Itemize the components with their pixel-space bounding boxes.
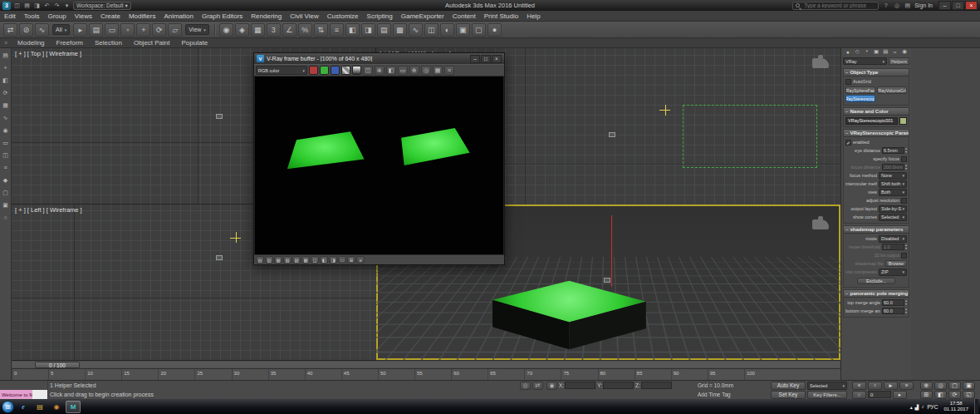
vfb-close-button[interactable]: × [492,55,502,63]
viewport-nav-icon[interactable]: ⊞ [920,391,933,399]
specify-focus-checkbox[interactable] [901,156,907,162]
selection-gizmo[interactable] [659,105,670,116]
vfb-minimize-button[interactable]: – [470,55,480,63]
listener-top-row[interactable] [0,381,47,390]
left-tool-icon[interactable]: ▦ [1,101,10,110]
spinner-arrows-icon[interactable]: ▴▾ [905,164,907,170]
focus-method-select[interactable]: None ▾ [879,172,907,180]
status-toggle-icon[interactable]: ⇄ [532,382,543,390]
ribbon-tab[interactable]: Object Paint [128,39,176,47]
blue-channel-icon[interactable] [331,66,340,75]
vfb-maximize-button[interactable]: □ [481,55,491,63]
toolbar-icon[interactable]: ⇅ [314,23,328,37]
track-bar-tick[interactable]: 30 [232,369,268,380]
output-layout-select[interactable]: Side-by-S ▾ [879,205,907,213]
track-bar-tick[interactable]: 60 [451,369,488,380]
qat-icon[interactable]: ↶ [42,1,51,10]
vfb-bottom-tool-icon[interactable]: ◫ [311,256,319,264]
vfb-bottom-tool-icon[interactable]: ▥ [265,256,273,264]
spinner-arrows-icon[interactable]: ▴▾ [905,147,907,154]
rollout-header[interactable]: Object Type [844,69,909,76]
titlebar-icon[interactable]: ▤ [903,2,912,9]
menu-item[interactable]: Civil View [286,11,323,21]
go-to-time-button[interactable]: ▸ [893,391,907,399]
adjust-resolution-checkbox[interactable] [901,198,907,204]
viewcube-icon[interactable] [812,219,829,229]
viewcube-icon[interactable] [812,58,829,68]
toolbar-icon[interactable]: ▫ [120,23,135,37]
category-icon[interactable]: ● [844,48,852,56]
spinner-arrows-icon[interactable]: ▴▾ [905,299,907,306]
enabled-checkbox[interactable]: ✓ [845,140,851,145]
red-channel-icon[interactable] [309,66,318,75]
toolbar-icon[interactable]: ▤ [89,23,103,37]
left-tool-icon[interactable]: ▭ [1,138,10,147]
track-bar-tick[interactable]: 50 [378,369,414,380]
time-slider[interactable]: 0 / 100 [12,360,840,368]
vfb-tool-icon[interactable]: ⊗ [375,66,385,76]
rendered-box-object[interactable] [492,269,646,349]
taskbar-clock[interactable]: 17:58 01.11.2017 [941,401,971,412]
viewport-nav-icon[interactable]: ⊕ [920,382,933,390]
qat-icon[interactable]: ◫ [12,1,22,10]
toolbar-icon[interactable]: + [136,23,150,37]
taskbar-3dsmax-icon[interactable]: M [66,401,81,413]
spinner-arrows-icon[interactable]: ▴▾ [905,244,907,250]
object-type-button[interactable]: VRaySphereFade [845,86,875,94]
track-bar-tick[interactable]: 80 [598,369,635,380]
status-toggle-icon[interactable]: ◎ [520,382,531,390]
viewport-label[interactable]: [ + ] [ Left ] [ Wireframe ] [15,206,82,214]
alpha-channel-icon[interactable] [341,66,350,75]
menu-item[interactable]: Group [43,11,70,21]
taskbar-ie-icon[interactable]: e [16,401,31,413]
vfb-bottom-tool-icon[interactable]: ◧ [320,256,328,264]
titlebar-icon[interactable]: ◎ [892,2,901,9]
viewport-label[interactable]: [ + ] [ Top ] [ Wireframe ] [15,50,81,57]
toolbar-icon[interactable]: ∠ [282,23,296,37]
close-button[interactable]: × [965,1,978,10]
qat-icon[interactable]: ◨ [32,1,42,10]
workspace-selector[interactable]: Workspace: Default ▾ [73,2,131,10]
key-set-select[interactable]: Selected ▾ [807,382,847,390]
vfb-channel-select[interactable]: RGB color ▾ [256,66,307,75]
menu-item[interactable]: Customize [323,11,363,21]
category-icon[interactable]: ◉ [900,48,909,56]
ribbon-grip-icon[interactable]: ≡ [0,40,12,46]
vfb-tool-icon[interactable]: ◫ [363,66,373,76]
qat-icon[interactable]: ↷ [52,1,61,10]
transport-button[interactable]: « [852,382,866,390]
track-bar-tick[interactable]: 25 [194,369,231,380]
show-cones-select[interactable]: Selected ▾ [879,214,907,221]
track-bar-tick[interactable]: 10 [85,369,121,380]
help-search-box[interactable] [792,2,879,10]
track-bar-tick[interactable]: 100 [744,369,781,380]
track-bar[interactable]: 0510152025303540455055606570758085909510… [12,368,840,380]
add-time-tag[interactable]: Add Time Tag [696,390,769,399]
left-tool-icon[interactable]: ≡ [1,163,10,172]
ribbon-tab[interactable]: Freeform [51,39,89,47]
spinner-arrows-icon[interactable]: ▴▾ [905,308,907,314]
monochrome-channel-icon[interactable] [352,66,361,75]
rollout-header[interactable]: shademap parameters [844,226,909,234]
autogrid-checkbox[interactable] [845,79,851,85]
toolbar-icon[interactable]: ⟳ [152,23,166,37]
language-indicator[interactable]: РУС [927,404,938,410]
object-category-select[interactable]: VRay ▾ [843,57,887,65]
toolbar-icon[interactable]: ⇄ [3,23,17,37]
helper-object[interactable] [609,132,615,137]
vfb-title-bar[interactable]: V V-Ray frame buffer - [100% of 640 x 48… [254,53,504,64]
taskbar-explorer-icon[interactable]: ▤ [32,401,47,413]
track-bar-tick[interactable]: 20 [158,369,194,380]
track-bar-tick[interactable]: 40 [305,369,341,380]
vfb-tool-icon[interactable]: ≡ [444,66,454,76]
z-coordinate-input[interactable] [641,382,672,389]
interocular-method-select[interactable]: Shift both ▾ [879,180,907,188]
viewport-nav-icon[interactable]: ◎ [934,382,947,390]
focus-distance-value[interactable]: 200.0mm [882,164,904,170]
left-tool-icon[interactable]: + [1,63,10,72]
vfb-bottom-tool-icon[interactable]: ◨ [329,256,337,264]
menu-item[interactable]: Rendering [247,11,286,21]
selection-gizmo[interactable] [230,232,241,243]
vfb-tool-icon[interactable]: ◎ [421,66,431,76]
category-icon[interactable]: ◇ [853,48,861,56]
